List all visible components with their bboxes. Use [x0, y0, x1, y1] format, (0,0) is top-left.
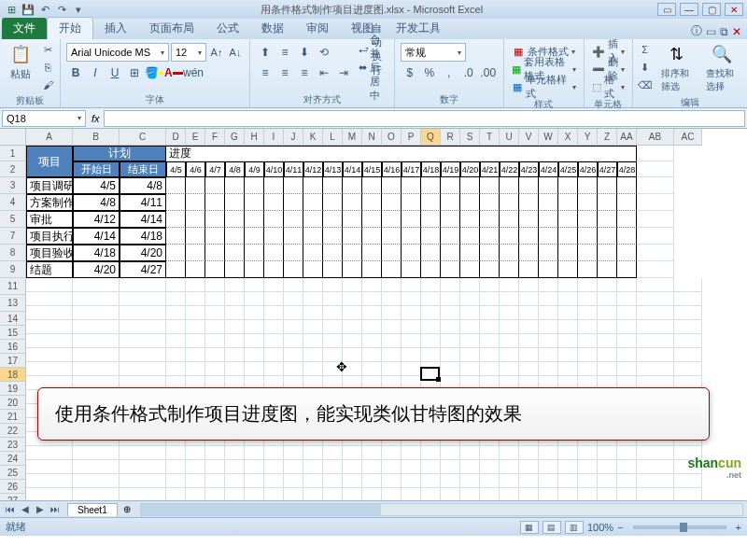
underline-button[interactable]: U	[106, 63, 124, 82]
cell[interactable]	[480, 474, 500, 488]
cell[interactable]	[382, 460, 402, 474]
cell[interactable]	[225, 348, 245, 362]
cell[interactable]	[303, 460, 323, 474]
cell[interactable]	[362, 228, 382, 245]
cell[interactable]	[303, 362, 323, 376]
cell[interactable]	[225, 334, 245, 348]
cell[interactable]	[303, 320, 323, 334]
row-header[interactable]: 16	[0, 340, 26, 354]
cell[interactable]	[120, 334, 166, 348]
cell[interactable]	[26, 320, 73, 334]
cell[interactable]	[558, 306, 578, 320]
cell[interactable]	[421, 194, 441, 211]
cell[interactable]	[539, 228, 558, 245]
cell[interactable]: 4/24	[539, 161, 558, 177]
cell[interactable]	[166, 334, 186, 348]
qat-dropdown-icon[interactable]: ▾	[71, 2, 86, 17]
font-name-select[interactable]: Arial Unicode MS▾	[66, 43, 169, 62]
fill-icon[interactable]: ⬇	[637, 59, 654, 76]
sheet-tab[interactable]: Sheet1	[67, 503, 118, 516]
cell[interactable]	[421, 211, 441, 228]
cell[interactable]	[264, 474, 284, 488]
cell[interactable]	[674, 278, 702, 292]
row-header[interactable]: 26	[0, 480, 26, 494]
column-header[interactable]: V	[519, 129, 539, 146]
cell[interactable]	[519, 245, 539, 261]
cell[interactable]: 4/6	[186, 161, 205, 177]
cell[interactable]	[578, 245, 598, 261]
cell[interactable]	[500, 460, 519, 474]
cell[interactable]	[245, 228, 264, 245]
merge-button[interactable]: ⬌合并后居中	[357, 59, 390, 76]
cell[interactable]	[166, 245, 186, 261]
cell[interactable]: 4/12	[73, 211, 120, 228]
cell[interactable]	[519, 446, 539, 460]
cell[interactable]	[166, 278, 186, 292]
cell[interactable]	[500, 488, 519, 500]
cell[interactable]	[303, 194, 323, 211]
column-header[interactable]: A	[26, 129, 73, 146]
cell[interactable]	[382, 488, 402, 500]
cell[interactable]	[323, 474, 343, 488]
cell[interactable]	[421, 488, 441, 500]
column-header[interactable]: D	[166, 129, 186, 146]
cell[interactable]	[519, 261, 539, 278]
cell[interactable]	[421, 228, 441, 245]
cell[interactable]	[578, 348, 598, 362]
cell[interactable]	[323, 228, 343, 245]
cell[interactable]	[343, 474, 362, 488]
cell[interactable]	[225, 362, 245, 376]
cell[interactable]	[343, 460, 362, 474]
cell[interactable]	[674, 362, 702, 376]
cell[interactable]: 4/9	[245, 161, 264, 177]
cell[interactable]	[186, 334, 205, 348]
cell[interactable]	[323, 261, 343, 278]
cell[interactable]	[637, 306, 674, 320]
cell[interactable]	[264, 292, 284, 306]
cell[interactable]	[382, 211, 402, 228]
cell[interactable]	[539, 211, 558, 228]
cell[interactable]	[166, 446, 186, 460]
cell[interactable]: 4/20	[73, 261, 120, 278]
cell[interactable]	[460, 460, 480, 474]
cell[interactable]	[382, 362, 402, 376]
close-icon[interactable]: ✕	[725, 3, 743, 16]
cell[interactable]	[362, 446, 382, 460]
cell[interactable]	[343, 228, 362, 245]
cell[interactable]	[402, 177, 421, 194]
row-header[interactable]: 8	[0, 245, 26, 261]
cell[interactable]	[205, 211, 225, 228]
cell[interactable]	[382, 261, 402, 278]
cell[interactable]	[519, 306, 539, 320]
cell[interactable]	[578, 194, 598, 211]
tab-home[interactable]: 开始	[47, 17, 93, 39]
cell[interactable]	[205, 460, 225, 474]
column-header[interactable]: E	[186, 129, 205, 146]
cell[interactable]	[225, 320, 245, 334]
cell[interactable]	[558, 194, 578, 211]
cell[interactable]	[637, 261, 674, 278]
cell[interactable]	[558, 348, 578, 362]
cell[interactable]	[480, 460, 500, 474]
column-header[interactable]: Q	[421, 129, 441, 146]
cell[interactable]	[26, 460, 73, 474]
cell[interactable]: 4/26	[578, 161, 598, 177]
cell[interactable]	[637, 245, 674, 261]
cell[interactable]	[303, 348, 323, 362]
column-header[interactable]: O	[382, 129, 402, 146]
cell[interactable]	[73, 460, 120, 474]
cell[interactable]	[120, 460, 166, 474]
cell[interactable]	[480, 446, 500, 460]
cell[interactable]	[303, 292, 323, 306]
cell[interactable]	[225, 292, 245, 306]
cell[interactable]	[480, 488, 500, 500]
cell[interactable]	[539, 488, 558, 500]
cell[interactable]	[166, 320, 186, 334]
cell[interactable]	[382, 306, 402, 320]
cell[interactable]	[73, 488, 120, 500]
column-header[interactable]: W	[539, 129, 558, 146]
cell[interactable]	[323, 177, 343, 194]
cell[interactable]	[402, 460, 421, 474]
cell[interactable]	[558, 177, 578, 194]
cell[interactable]	[323, 211, 343, 228]
